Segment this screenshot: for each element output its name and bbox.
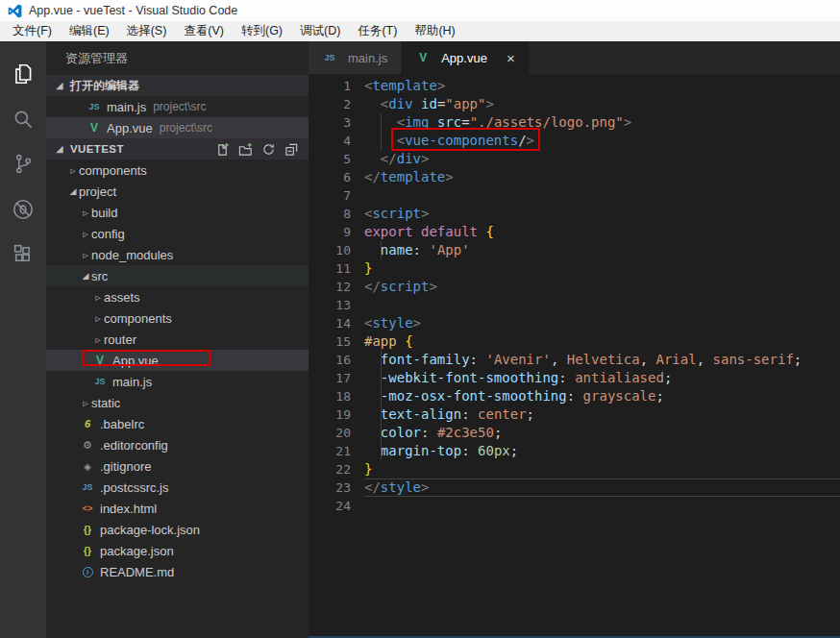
indent-guide bbox=[381, 113, 382, 132]
code-line-16[interactable]: 16 font-family: 'Avenir', Helvetica, Ari… bbox=[309, 351, 840, 369]
tree-item-.babelrc[interactable]: 6.babelrc bbox=[46, 413, 309, 434]
menu-item-5[interactable]: 调试(D) bbox=[291, 23, 349, 39]
menu-item-2[interactable]: 选择(S) bbox=[118, 23, 176, 39]
json-file-icon: {} bbox=[80, 522, 95, 537]
tree-item-App.vue[interactable]: VApp.vue bbox=[46, 350, 309, 371]
activity-bar-item-search[interactable] bbox=[0, 96, 46, 141]
tree-item-build[interactable]: ▹build bbox=[46, 202, 309, 223]
code-line-11[interactable]: 11} bbox=[309, 259, 840, 278]
code-line-1[interactable]: 1<template> bbox=[309, 77, 840, 95]
line-number: 5 bbox=[309, 150, 351, 168]
file-label: main.js bbox=[107, 100, 146, 114]
tree-item-label: .gitignore bbox=[100, 459, 151, 474]
explorer-sidebar: 资源管理器 ◢ 打开的编辑器 JSmain.jsproject\srcVApp.… bbox=[46, 41, 309, 638]
code-line-20[interactable]: 20 color: #2c3e50; bbox=[309, 424, 840, 442]
line-number: 6 bbox=[309, 168, 351, 186]
tree-item-node_modules[interactable]: ▹node_modules bbox=[46, 244, 309, 265]
code-line-content: font-family: 'Avenir', Helvetica, Arial,… bbox=[364, 351, 802, 369]
code-line-content: </style> bbox=[364, 478, 429, 497]
tree-item-assets[interactable]: ▹assets bbox=[46, 286, 309, 307]
file-tree: ▹components◢project▹build▹config▹node_mo… bbox=[46, 160, 309, 582]
line-number: 18 bbox=[309, 387, 351, 405]
tree-item-components[interactable]: ▹components bbox=[46, 160, 309, 181]
menu-item-0[interactable]: 文件(F) bbox=[4, 23, 61, 39]
tree-item-.postcssrc.js[interactable]: JS.postcssrc.js bbox=[46, 477, 309, 498]
tab-label: main.js bbox=[348, 51, 387, 65]
vue-file-icon: V bbox=[86, 120, 102, 135]
tree-item-package-lock.json[interactable]: {}package-lock.json bbox=[46, 519, 309, 540]
code-line-12[interactable]: 12</script> bbox=[309, 278, 840, 296]
tree-item-.gitignore[interactable]: ◈.gitignore bbox=[46, 455, 309, 477]
open-editors-header[interactable]: ◢ 打开的编辑器 bbox=[46, 75, 309, 96]
menu-item-4[interactable]: 转到(G) bbox=[233, 23, 291, 39]
line-number: 2 bbox=[309, 95, 351, 113]
chevron-collapsed-icon: ▹ bbox=[92, 291, 104, 304]
code-line-7[interactable]: 7 bbox=[309, 186, 840, 205]
extensions-icon bbox=[12, 242, 36, 266]
tree-item-package.json[interactable]: {}package.json bbox=[46, 540, 309, 561]
activity-bar-item-source-control[interactable] bbox=[0, 141, 46, 186]
activity-bar-item-explorer[interactable] bbox=[0, 51, 46, 96]
code-line-3[interactable]: 3 <img src="./assets/logo.png"> bbox=[309, 113, 840, 132]
code-line-18[interactable]: 18 -moz-osx-font-smoothing: grayscale; bbox=[309, 387, 840, 405]
open-editor-App.vue[interactable]: VApp.vueproject\src bbox=[46, 117, 309, 138]
code-line-6[interactable]: 6</template> bbox=[309, 168, 840, 186]
tree-item-label: static bbox=[91, 396, 120, 410]
code-line-5[interactable]: 5 </div> bbox=[309, 150, 840, 168]
menu-item-3[interactable]: 查看(V) bbox=[175, 23, 233, 39]
vuetest-header-label: VUETEST bbox=[70, 143, 124, 155]
activity-bar-item-extensions[interactable] bbox=[0, 232, 46, 277]
code-line-10[interactable]: 10 name: 'App' bbox=[309, 241, 840, 259]
tree-item-src[interactable]: ◢src bbox=[46, 265, 309, 286]
new-folder-icon[interactable] bbox=[238, 142, 253, 157]
code-line-15[interactable]: 15#app { bbox=[309, 332, 840, 351]
menu-item-1[interactable]: 编辑(E) bbox=[61, 23, 118, 39]
code-line-content: </script> bbox=[364, 278, 437, 296]
code-line-14[interactable]: 14<style> bbox=[309, 314, 840, 332]
tree-item-label: package.json bbox=[100, 544, 174, 558]
line-number: 15 bbox=[309, 332, 351, 351]
tree-item-label: build bbox=[91, 206, 117, 220]
tree-item-.editorconfig[interactable]: ⚙.editorconfig bbox=[46, 434, 309, 455]
tab-main.js[interactable]: JSmain.js bbox=[309, 41, 401, 74]
tree-item-router[interactable]: ▹router bbox=[46, 329, 309, 350]
open-editor-main.js[interactable]: JSmain.jsproject\src bbox=[46, 96, 309, 117]
collapse-all-icon[interactable] bbox=[284, 142, 299, 157]
code-line-2[interactable]: 2 <div id="app"> bbox=[309, 95, 840, 113]
code-line-9[interactable]: 9export default { bbox=[309, 223, 840, 241]
code-editor[interactable]: 1<template>2 <div id="app">3 <img src=".… bbox=[309, 74, 840, 515]
tree-item-config[interactable]: ▹config bbox=[46, 223, 309, 244]
tree-item-label: package-lock.json bbox=[100, 523, 200, 537]
code-line-content: text-align: center; bbox=[364, 405, 534, 424]
tree-item-label: assets bbox=[104, 290, 140, 305]
code-line-8[interactable]: 8<script> bbox=[309, 205, 840, 223]
title-bar: App.vue - vueTest - Visual Studio Code bbox=[0, 0, 840, 21]
activity-bar-item-debug[interactable] bbox=[0, 186, 46, 232]
vuetest-header[interactable]: ◢ VUETEST bbox=[46, 138, 309, 160]
code-line-17[interactable]: 17 -webkit-font-smoothing: antialiased; bbox=[309, 369, 840, 387]
tab-App.vue[interactable]: VApp.vue× bbox=[402, 41, 528, 74]
code-line-21[interactable]: 21 margin-top: 60px; bbox=[309, 442, 840, 460]
tree-item-README.md[interactable]: iREADME.md bbox=[46, 561, 309, 582]
refresh-icon[interactable] bbox=[261, 142, 276, 157]
code-line-19[interactable]: 19 text-align: center; bbox=[309, 405, 840, 424]
tree-item-main.js[interactable]: JSmain.js bbox=[46, 371, 309, 392]
indent-guide bbox=[381, 405, 382, 424]
tree-item-components[interactable]: ▹components bbox=[46, 307, 309, 329]
close-icon[interactable]: × bbox=[506, 51, 515, 65]
js-file-icon: JS bbox=[80, 479, 95, 495]
new-file-icon[interactable] bbox=[215, 142, 230, 157]
code-line-23[interactable]: 23</style> bbox=[309, 478, 840, 497]
menu-item-7[interactable]: 帮助(H) bbox=[406, 23, 463, 39]
code-line-content: } bbox=[364, 460, 372, 478]
tree-item-index.html[interactable]: <>index.html bbox=[46, 498, 309, 519]
code-line-4[interactable]: 4 <vue-components/> bbox=[309, 132, 840, 150]
tree-item-project[interactable]: ◢project bbox=[46, 181, 309, 202]
tree-actions bbox=[215, 138, 299, 160]
json-file-icon: {} bbox=[80, 543, 95, 558]
menu-item-6[interactable]: 任务(T) bbox=[349, 23, 406, 39]
code-line-13[interactable]: 13 bbox=[309, 296, 840, 314]
code-line-24[interactable]: 24 bbox=[309, 497, 840, 515]
tree-item-static[interactable]: ▹static bbox=[46, 392, 309, 413]
code-line-22[interactable]: 22} bbox=[309, 460, 840, 478]
